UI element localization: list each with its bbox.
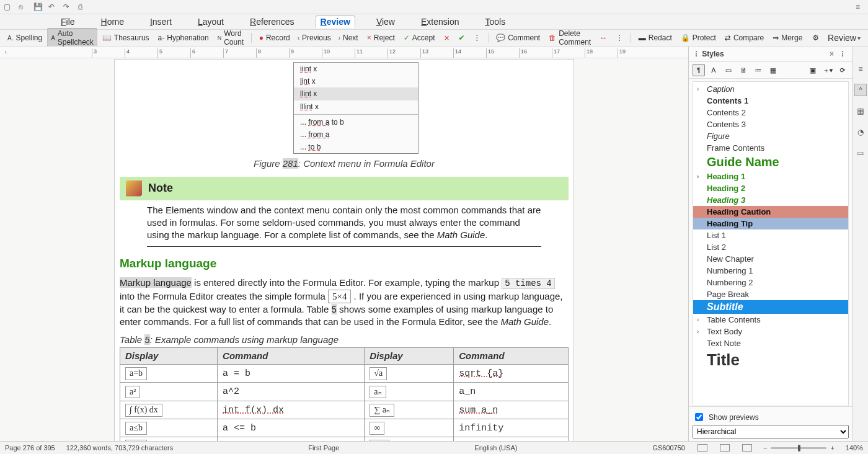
zoom-in-icon[interactable]: +	[830, 444, 834, 452]
styles-panel: ⋮ Styles × ⋮ ¶ A ▭ 🗎 ≔ ▦ ▣ ＋▾ ⟳ ›Caption…	[688, 47, 852, 441]
list-styles-tab[interactable]: ≔	[752, 64, 764, 76]
style-item[interactable]: New Chapter	[693, 253, 848, 265]
styles-rail-icon[interactable]: ᴬ	[854, 84, 867, 96]
view-layout-book[interactable]	[742, 444, 752, 452]
style-item[interactable]: Contents 2	[693, 107, 848, 118]
status-zoom[interactable]: 140%	[846, 444, 863, 452]
style-filter-select[interactable]: Hierarchical	[693, 425, 849, 438]
review-dropdown[interactable]: Review ▾	[824, 32, 864, 44]
style-item[interactable]: List 1	[693, 229, 848, 241]
style-item[interactable]: ›Text Body	[693, 326, 848, 337]
record-button[interactable]: ●Record	[255, 32, 294, 43]
previous-button[interactable]: ‹Previous	[295, 32, 335, 43]
style-item[interactable]: Subtitle	[693, 300, 848, 314]
view-layout-multi[interactable]	[720, 444, 730, 452]
style-item[interactable]: ›Table Contents	[693, 314, 848, 326]
save-icon[interactable]: 💾	[33, 2, 42, 11]
style-item[interactable]: Contents 3	[693, 118, 848, 130]
paragraph-styles-tab[interactable]: ¶	[693, 64, 705, 76]
status-word-count[interactable]: 122,360 words, 703,729 characters	[66, 444, 173, 452]
accept-button[interactable]: ✓Accept	[400, 32, 439, 43]
word-count-button[interactable]: NWord Count	[214, 28, 248, 48]
hyphenation-button[interactable]: a-Hyphenation	[154, 32, 213, 43]
next-button[interactable]: ›Next	[336, 32, 362, 43]
zoom-slider[interactable]: − +	[763, 444, 835, 452]
style-item[interactable]: Frame Contents	[693, 142, 848, 154]
menu-references[interactable]: References	[245, 16, 299, 28]
style-item[interactable]: Heading Caution	[693, 206, 848, 218]
accept-all-button[interactable]: ✔	[455, 32, 469, 43]
reject-button[interactable]: ×Reject	[363, 32, 399, 43]
menu-review[interactable]: Review	[316, 16, 355, 28]
style-item[interactable]: ›Caption	[693, 83, 848, 95]
style-item[interactable]: Figure	[693, 130, 848, 142]
table-styles-tab[interactable]: ▦	[767, 64, 779, 76]
overflow-button[interactable]: ⋮	[470, 32, 485, 43]
spelling-button[interactable]: A.Spelling	[4, 32, 46, 43]
overflow2-button[interactable]: ⋮	[612, 32, 627, 43]
view-layout-single[interactable]	[698, 444, 707, 452]
comment-button[interactable]: 💬Comment	[492, 32, 544, 43]
auto-spellcheck-button[interactable]: AAuto Spellcheck	[47, 28, 97, 48]
delete-comment-button[interactable]: 🗑Delete Comment	[545, 28, 595, 48]
style-item[interactable]: Heading 3	[693, 194, 848, 206]
update-style-button[interactable]: ⟳	[836, 64, 849, 76]
menu-tools[interactable]: Tools	[480, 16, 510, 28]
zoom-out-icon[interactable]: −	[763, 444, 767, 452]
properties-rail-icon[interactable]: ≡	[854, 63, 867, 75]
style-item[interactable]: Heading 2	[693, 182, 848, 194]
menu-insert[interactable]: Insert	[145, 16, 177, 28]
style-item[interactable]: Heading Tip	[693, 218, 848, 229]
delete-comment-icon: 🗑	[549, 33, 556, 42]
protect-button[interactable]: 🔒Protect	[677, 32, 720, 43]
style-item[interactable]: Guide Name	[693, 154, 848, 171]
menu-view[interactable]: View	[371, 16, 400, 28]
style-item[interactable]: Text Note	[693, 337, 848, 349]
page-styles-tab[interactable]: 🗎	[737, 64, 750, 76]
style-item[interactable]: List 2	[693, 241, 848, 253]
new-doc-icon[interactable]: ▢	[4, 2, 12, 11]
status-language[interactable]: English (USA)	[474, 444, 517, 452]
frame-styles-tab[interactable]: ▭	[722, 64, 735, 76]
review-settings-button[interactable]: ⚙	[808, 32, 823, 43]
document-viewport[interactable]: iiint xlint xllint xlllint x... from a t…	[0, 58, 688, 441]
redact-button[interactable]: ▬Redact	[635, 32, 676, 43]
more-icon[interactable]: ⋮	[836, 50, 849, 58]
reject-all-button[interactable]: ⨯	[440, 32, 453, 43]
redo-icon[interactable]: ↷	[63, 2, 72, 11]
menu-file[interactable]: File	[56, 16, 80, 28]
close-icon[interactable]: ×	[827, 50, 836, 58]
gallery-rail-icon[interactable]: ▦	[854, 105, 867, 117]
status-page-style[interactable]: First Page	[308, 444, 339, 452]
gear-icon: ⚙	[812, 33, 819, 42]
menu-home[interactable]: Home	[96, 16, 129, 28]
style-item[interactable]: ›Heading 1	[693, 171, 848, 182]
show-previews-checkbox[interactable]: Show previews	[693, 409, 849, 425]
style-item[interactable]: Page Break	[693, 288, 848, 300]
status-page[interactable]: Page 276 of 395	[5, 444, 55, 452]
styles-list[interactable]: ›CaptionContents 1Contents 2Contents 3Fi…	[693, 81, 849, 406]
undo-icon[interactable]: ↶	[48, 2, 57, 11]
style-item[interactable]: Title	[693, 349, 848, 371]
open-icon[interactable]: ⎋	[19, 2, 27, 11]
merge-button[interactable]: ⇒Merge	[769, 32, 806, 43]
thesaurus-button[interactable]: 📖Thesaurus	[99, 32, 153, 43]
horizontal-ruler[interactable]: ᴸ 345678910111213141516171819	[0, 47, 688, 58]
menu-extension[interactable]: Extension	[416, 16, 464, 28]
grip-icon[interactable]: ⋮	[693, 50, 700, 58]
style-item[interactable]: Numbering 1	[693, 265, 848, 277]
new-style-button[interactable]: ＋▾	[822, 64, 834, 76]
character-styles-tab[interactable]: A	[707, 64, 720, 76]
style-item[interactable]: Numbering 2	[693, 277, 848, 288]
print-icon[interactable]: ⎙	[78, 2, 87, 11]
fill-format-button[interactable]: ▣	[807, 64, 819, 76]
menu-layout[interactable]: Layout	[193, 16, 229, 28]
page-rail-icon[interactable]: ▭	[854, 147, 867, 159]
style-item[interactable]: Contents 1	[693, 95, 848, 107]
hamburger-icon[interactable]: ≡	[856, 2, 864, 11]
show-previews-input[interactable]	[695, 413, 703, 421]
status-signature[interactable]: GS600750	[652, 444, 685, 452]
compare-button[interactable]: ⇄Compare	[721, 32, 768, 43]
comment-nav-button[interactable]: ↔	[596, 32, 611, 43]
navigator-rail-icon[interactable]: ◔	[854, 126, 867, 138]
